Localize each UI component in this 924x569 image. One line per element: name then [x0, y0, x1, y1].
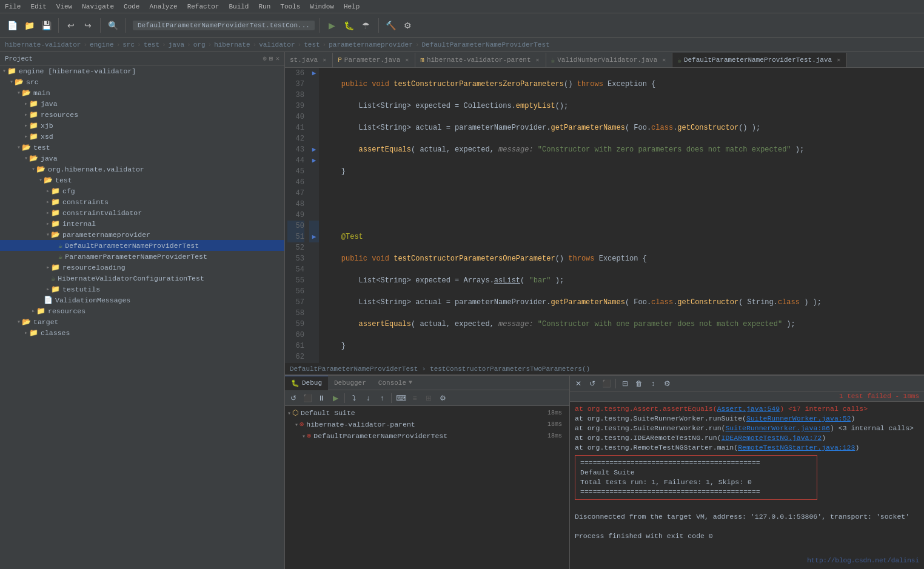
- frames-btn[interactable]: ≡: [409, 392, 421, 404]
- breadcrumb-hibernate-validator[interactable]: hibernate-validator: [5, 41, 81, 48]
- tree-main[interactable]: ▾ 📂 main: [0, 87, 284, 98]
- tree-test2[interactable]: ▾ 📂 test: [0, 175, 284, 185]
- breadcrumb-test[interactable]: test: [144, 41, 159, 48]
- menu-build[interactable]: Build: [226, 2, 251, 12]
- close-panel-icon[interactable]: ✕: [275, 55, 280, 62]
- tree-classes[interactable]: ▸ 📁 classes: [0, 327, 284, 338]
- console-output[interactable]: at org.testng.Assert.assertEquals(Assert…: [570, 402, 924, 569]
- tree-constraints[interactable]: ▸ 📁 constraints: [0, 196, 284, 207]
- save-btn[interactable]: 💾: [39, 18, 53, 33]
- step-out-btn[interactable]: ↑: [376, 392, 388, 404]
- tree-xsd[interactable]: ▸ 📁 xsd: [0, 131, 284, 142]
- tree-cfg[interactable]: ▸ 📁 cfg: [0, 185, 284, 196]
- new-file-btn[interactable]: 📄: [5, 18, 19, 33]
- open-btn[interactable]: 📁: [22, 18, 36, 33]
- run-btn[interactable]: ▶: [325, 18, 340, 33]
- tab-hibernate-validator-parent[interactable]: m hibernate-validator-parent ✕: [415, 53, 546, 67]
- console-stop-btn[interactable]: ⬛: [600, 378, 612, 390]
- tree-resources[interactable]: ▸ 📁 resources: [0, 109, 284, 120]
- tab-validnumber-close[interactable]: ✕: [662, 56, 666, 64]
- tab-validnumber[interactable]: ☕ ValidNumberValidator.java ✕: [546, 53, 673, 67]
- menu-tools[interactable]: Tools: [278, 2, 303, 12]
- tree-test-folder[interactable]: ▾ 📂 test: [0, 142, 284, 153]
- console-link-1[interactable]: Assert.java:549: [717, 405, 780, 413]
- step-into-btn[interactable]: ↓: [362, 392, 374, 404]
- tab-hvp-close[interactable]: ✕: [536, 56, 540, 64]
- tree-resourceloading[interactable]: ▸ 📁 resourceloading: [0, 262, 284, 273]
- breadcrumb-org[interactable]: org: [193, 41, 206, 48]
- menu-navigate[interactable]: Navigate: [79, 2, 116, 12]
- menu-window[interactable]: Window: [307, 2, 336, 12]
- menu-view[interactable]: View: [54, 2, 75, 12]
- gear-icon[interactable]: ⚙: [263, 55, 267, 62]
- menu-file[interactable]: File: [2, 2, 23, 12]
- threads-btn[interactable]: ⊞: [423, 392, 435, 404]
- pause-btn[interactable]: ⏸: [315, 392, 327, 404]
- resume-btn[interactable]: ▶: [329, 392, 341, 404]
- stop-btn[interactable]: ⬛: [301, 392, 313, 404]
- breadcrumb-parameternameprovider[interactable]: parameternameprovider: [329, 41, 413, 48]
- evaluate-btn[interactable]: ⌨: [395, 392, 407, 404]
- test-suite-item[interactable]: ▾ ⬡ Default Suite 18ms: [285, 407, 569, 419]
- coverage-btn[interactable]: ☂: [359, 18, 373, 33]
- menu-help[interactable]: Help: [341, 2, 362, 12]
- console-clear-btn[interactable]: 🗑: [633, 378, 645, 390]
- tree-hibernatevalidatorconfig[interactable]: ▸ ☕ HibernateValidatorConfigurationTest: [0, 273, 284, 284]
- tree-testutils[interactable]: ▸ 📁 testutils: [0, 284, 284, 294]
- console-subtab[interactable]: Console ▼: [372, 376, 418, 390]
- tree-constraintvalidator[interactable]: ▸ 📁 constraintvalidator: [0, 207, 284, 218]
- redo-btn[interactable]: ↪: [81, 18, 95, 33]
- tree-paranamer[interactable]: ▸ ☕ ParanamerParameterNameProviderTest: [0, 251, 284, 262]
- menu-analyze[interactable]: Analyze: [147, 2, 179, 12]
- tree-resources2[interactable]: ▸ 📁 resources: [0, 305, 284, 316]
- tree-java2[interactable]: ▾ 📂 java: [0, 153, 284, 164]
- settings-debug-btn[interactable]: ⚙: [437, 392, 449, 404]
- console-link-2[interactable]: SuiteRunnerWorker.java:52: [746, 414, 851, 422]
- tab-parameter-java[interactable]: P Parameter.java ✕: [333, 53, 415, 67]
- console-rerun-btn[interactable]: ↺: [586, 378, 598, 390]
- settings-btn[interactable]: ⚙: [401, 18, 415, 33]
- undo-btn[interactable]: ↩: [64, 18, 78, 33]
- debugger-subtab[interactable]: Debugger: [328, 376, 372, 390]
- tab-defaultparam-close[interactable]: ✕: [837, 56, 840, 64]
- debug-tab-active[interactable]: 🐛 Debug: [285, 376, 328, 390]
- step-over-btn[interactable]: ⤵: [348, 392, 360, 404]
- tree-parameternameprovider[interactable]: ▾ 📂 parameternameprovider: [0, 229, 284, 240]
- menu-run[interactable]: Run: [256, 2, 273, 12]
- console-scroll-btn[interactable]: ↕: [647, 378, 659, 390]
- tree-validationmessages[interactable]: ▸ 📄 ValidationMessages: [0, 294, 284, 305]
- console-link-4[interactable]: IDEARemoteTestNG.java:72: [721, 434, 822, 442]
- tab-defaultparam[interactable]: ☕ DefaultParameterNameProviderTest.java …: [672, 53, 847, 67]
- debug-btn[interactable]: 🐛: [342, 18, 357, 33]
- tree-java1[interactable]: ▸ 📁 java: [0, 98, 284, 109]
- console-filter-btn[interactable]: ⊟: [619, 378, 631, 390]
- tree-org-hibernate[interactable]: ▾ 📂 org.hibernate.validator: [0, 164, 284, 175]
- console-link-5[interactable]: RemoteTestNGStarter.java:123: [738, 444, 855, 451]
- console-close-btn[interactable]: ✕: [572, 378, 584, 390]
- console-link-3[interactable]: SuiteRunnerWorker.java:86: [725, 424, 830, 432]
- code-area[interactable]: 36 37 38 39 40 41 42 43 44 45 46 47 48 4…: [285, 68, 924, 363]
- breadcrumb-validator[interactable]: validator: [259, 41, 295, 48]
- run-config-label[interactable]: DefaultParameterNameProviderTest.testCon…: [133, 21, 315, 30]
- console-settings-btn[interactable]: ⚙: [661, 378, 673, 390]
- menu-edit[interactable]: Edit: [28, 2, 49, 12]
- tree-engine[interactable]: ▾ 📁 engine [hibernate-validator]: [0, 65, 284, 76]
- search-btn[interactable]: 🔍: [105, 18, 120, 33]
- test-parent-item[interactable]: ▾ ⊗ hibernate-validator-parent 18ms: [285, 419, 569, 430]
- breadcrumb-test2[interactable]: test: [304, 41, 320, 48]
- tab-st-java[interactable]: st.java ✕: [285, 53, 333, 67]
- breadcrumb-class[interactable]: DefaultParameterNameProviderTest: [421, 41, 549, 48]
- tab-st-java-close[interactable]: ✕: [323, 56, 326, 64]
- tree-src[interactable]: ▾ 📂 src: [0, 76, 284, 87]
- tree-defaultparametertest[interactable]: ▸ ☕ DefaultParameterNameProviderTest: [0, 240, 284, 251]
- tree-target[interactable]: ▾ 📂 target: [0, 316, 284, 327]
- tree-internal[interactable]: ▸ 📁 internal: [0, 218, 284, 229]
- expand-icon[interactable]: ⊞: [269, 55, 273, 62]
- test-class-item[interactable]: ▾ ⊗ DefaultParameterNameProviderTest 18m…: [285, 430, 569, 442]
- breadcrumb-hibernate[interactable]: hibernate: [214, 41, 250, 48]
- breadcrumb-src[interactable]: src: [122, 41, 135, 48]
- breadcrumb-java[interactable]: java: [169, 41, 184, 48]
- tab-parameter-close[interactable]: ✕: [405, 56, 409, 64]
- rerun-btn[interactable]: ↺: [287, 392, 300, 404]
- code-content[interactable]: public void testConstructorParametersZer…: [319, 68, 924, 363]
